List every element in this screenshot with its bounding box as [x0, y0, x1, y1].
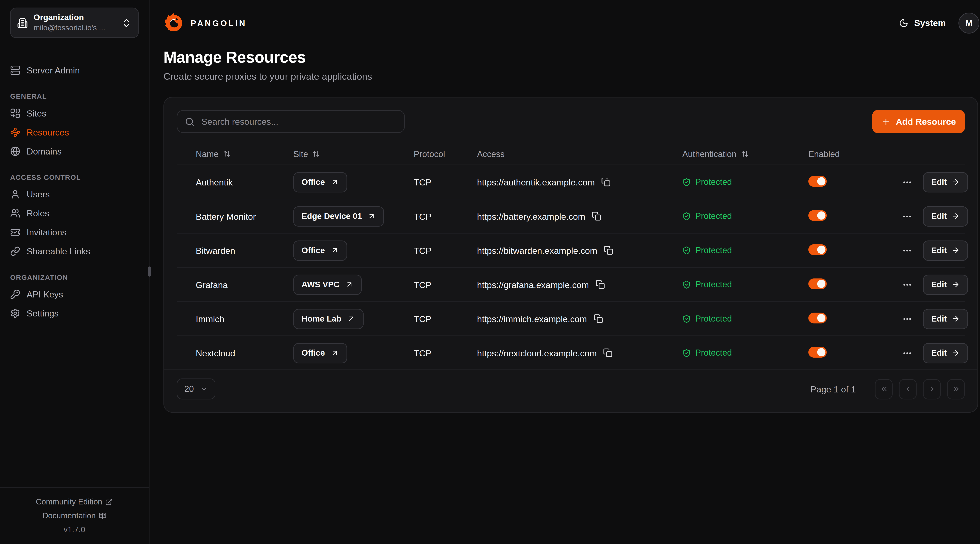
avatar[interactable]: M [958, 12, 979, 33]
enabled-toggle[interactable] [808, 278, 827, 289]
search-box [177, 110, 405, 133]
page-title: Manage Resources [164, 48, 979, 67]
chevrons-up-down-icon [121, 17, 132, 28]
edit-button[interactable]: Edit [923, 240, 968, 260]
authentication-status: Protected [682, 211, 808, 221]
enabled-toggle[interactable] [808, 210, 827, 220]
sidebar-resize-handle[interactable] [148, 266, 151, 277]
theme-toggle[interactable]: System [899, 17, 946, 28]
row-menu-button[interactable] [901, 176, 913, 189]
protocol-value: TCP [414, 211, 477, 221]
enabled-toggle[interactable] [808, 347, 827, 357]
sidebar-item-server-admin[interactable]: Server Admin [5, 61, 144, 80]
access-url: https://authentik.example.com [477, 177, 595, 187]
org-selector[interactable]: Organization milo@fossorial.io's ... [10, 8, 139, 38]
authentication-status: Protected [682, 177, 808, 187]
row-menu-button[interactable] [901, 347, 913, 359]
sidebar-nav: Server Admin GENERALSitesResourcesDomain… [0, 38, 149, 487]
copy-url-button[interactable] [604, 246, 613, 255]
copy-url-button[interactable] [592, 211, 601, 221]
documentation-link[interactable]: Documentation [0, 509, 149, 522]
site-link-button[interactable]: AWS VPC [293, 274, 362, 295]
page-size-select[interactable]: 20 [177, 379, 215, 400]
prev-page-button[interactable] [899, 379, 916, 399]
waypoints-icon [10, 127, 21, 138]
sidebar-item-label: Shareable Links [27, 246, 91, 256]
pager-controls: Page 1 of 1 [810, 379, 965, 399]
edit-label: Edit [931, 177, 947, 187]
globe-icon [10, 146, 21, 157]
row-menu-button[interactable] [901, 244, 913, 257]
next-page-button[interactable] [923, 379, 940, 399]
column-header-authentication[interactable]: Authentication [682, 149, 808, 159]
table-row: Immich Home Lab TCP https://immich.examp… [177, 301, 965, 335]
edit-button[interactable]: Edit [923, 172, 968, 192]
add-resource-button[interactable]: Add Resource [872, 110, 965, 133]
sidebar-item-shareable-links[interactable]: Shareable Links [5, 242, 144, 261]
edit-button[interactable]: Edit [923, 309, 968, 329]
site-link-button[interactable]: Office [293, 343, 347, 363]
copy-url-button[interactable] [593, 314, 603, 323]
row-menu-button[interactable] [901, 312, 913, 325]
sidebar: Organization milo@fossorial.io's ... Ser… [0, 0, 150, 544]
sidebar-item-resources[interactable]: Resources [5, 123, 144, 142]
moon-icon [899, 18, 908, 27]
authentication-status: Protected [682, 246, 808, 255]
page-subtitle: Create secure proxies to your private ap… [164, 71, 979, 82]
sidebar-item-settings[interactable]: Settings [5, 304, 144, 323]
copy-url-button[interactable] [603, 348, 612, 358]
row-menu-button[interactable] [901, 278, 913, 291]
enabled-toggle[interactable] [808, 244, 827, 255]
site-link-button[interactable]: Office [293, 240, 347, 260]
enabled-toggle[interactable] [808, 176, 827, 186]
sidebar-item-invitations[interactable]: Invitations [5, 223, 144, 242]
avatar-initial: M [965, 17, 973, 28]
ticket-check-icon [10, 227, 21, 237]
sidebar-item-domains[interactable]: Domains [5, 142, 144, 161]
access-url: https://immich.example.com [477, 314, 587, 324]
edit-button[interactable]: Edit [923, 274, 968, 295]
ellipsis-icon [902, 348, 912, 358]
authentication-label: Protected [695, 177, 732, 187]
row-menu-button[interactable] [901, 210, 913, 222]
arrow-up-right-icon [345, 281, 353, 289]
last-page-button[interactable] [947, 379, 965, 399]
site-link-button[interactable]: Office [293, 172, 347, 192]
key-icon [10, 289, 21, 300]
resource-name: Immich [177, 314, 293, 324]
site-name: Office [301, 246, 325, 255]
first-page-button[interactable] [875, 379, 892, 399]
protocol-value: TCP [414, 245, 477, 255]
sidebar-item-api-keys[interactable]: API Keys [5, 285, 144, 304]
authentication-label: Protected [695, 314, 732, 323]
user-icon [10, 189, 21, 199]
access-url: https://battery.example.com [477, 211, 585, 221]
chevrons-right-icon [952, 385, 960, 393]
column-label: Enabled [808, 149, 840, 159]
resources-card: Add Resource NameSiteProtocolAccessAuthe… [164, 97, 978, 413]
arrow-up-right-icon [368, 212, 376, 220]
resource-name: Battery Monitor [177, 211, 293, 221]
column-header-site[interactable]: Site [293, 149, 414, 159]
column-header-name[interactable]: Name [177, 149, 293, 159]
shield-check-icon [682, 246, 691, 255]
community-edition-link[interactable]: Community Edition [0, 495, 149, 509]
site-link-button[interactable]: Edge Device 01 [293, 206, 384, 226]
site-link-button[interactable]: Home Lab [293, 309, 363, 329]
enabled-toggle[interactable] [808, 312, 827, 323]
sidebar-item-roles[interactable]: Roles [5, 204, 144, 223]
pangolin-logo-icon [164, 12, 185, 33]
sidebar-item-users[interactable]: Users [5, 185, 144, 204]
copy-url-button[interactable] [601, 177, 611, 187]
copy-icon [592, 211, 601, 221]
shield-check-icon [682, 212, 691, 220]
sidebar-item-sites[interactable]: Sites [5, 104, 144, 123]
section-label-access-control: ACCESS CONTROL [10, 173, 139, 181]
edit-button[interactable]: Edit [923, 343, 968, 363]
protocol-value: TCP [414, 177, 477, 187]
copy-url-button[interactable] [595, 280, 605, 289]
search-input[interactable] [200, 116, 396, 127]
edit-button[interactable]: Edit [923, 206, 968, 226]
ellipsis-icon [902, 177, 912, 187]
toggle-knob [817, 211, 826, 219]
